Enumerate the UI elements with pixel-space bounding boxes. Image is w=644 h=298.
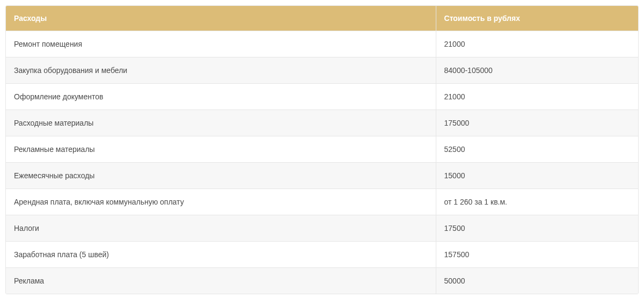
cell-cost: 175000	[436, 110, 638, 136]
cell-cost: 21000	[436, 31, 638, 57]
table-row: Реклама 50000	[6, 268, 638, 294]
table-row: Арендная плата, включая коммунальную опл…	[6, 189, 638, 215]
cell-cost: 157500	[436, 242, 638, 268]
table-row: Заработная плата (5 швей) 157500	[6, 242, 638, 268]
cell-cost: 50000	[436, 268, 638, 294]
cell-cost: 15000	[436, 163, 638, 189]
cell-expense: Заработная плата (5 швей)	[6, 242, 436, 268]
cell-expense: Расходные материалы	[6, 110, 436, 136]
cell-expense: Налоги	[6, 215, 436, 242]
header-cost: Стоимость в рублях	[436, 6, 638, 31]
cell-expense: Закупка оборудования и мебели	[6, 57, 436, 84]
cell-cost: 52500	[436, 136, 638, 163]
cell-expense: Реклама	[6, 268, 436, 294]
table-row: Рекламные материалы 52500	[6, 136, 638, 163]
cell-expense: Ремонт помещения	[6, 31, 436, 57]
table-header-row: Расходы Стоимость в рублях	[6, 6, 638, 31]
expenses-table-container: Расходы Стоимость в рублях Ремонт помеще…	[5, 5, 639, 294]
cell-expense: Рекламные материалы	[6, 136, 436, 163]
cell-cost: 21000	[436, 84, 638, 110]
cell-cost: 17500	[436, 215, 638, 242]
table-row: Ремонт помещения 21000	[6, 31, 638, 57]
table-row: Закупка оборудования и мебели 84000-1050…	[6, 57, 638, 84]
table-row: Расходные материалы 175000	[6, 110, 638, 136]
cell-cost: от 1 260 за 1 кв.м.	[436, 189, 638, 215]
table-row: Оформление документов 21000	[6, 84, 638, 110]
cell-cost: 84000-105000	[436, 57, 638, 84]
cell-expense: Ежемесячные расходы	[6, 163, 436, 189]
header-expense: Расходы	[6, 6, 436, 31]
table-row: Налоги 17500	[6, 215, 638, 242]
cell-expense: Оформление документов	[6, 84, 436, 110]
expenses-table: Расходы Стоимость в рублях Ремонт помеще…	[6, 6, 638, 294]
table-row: Ежемесячные расходы 15000	[6, 163, 638, 189]
cell-expense: Арендная плата, включая коммунальную опл…	[6, 189, 436, 215]
